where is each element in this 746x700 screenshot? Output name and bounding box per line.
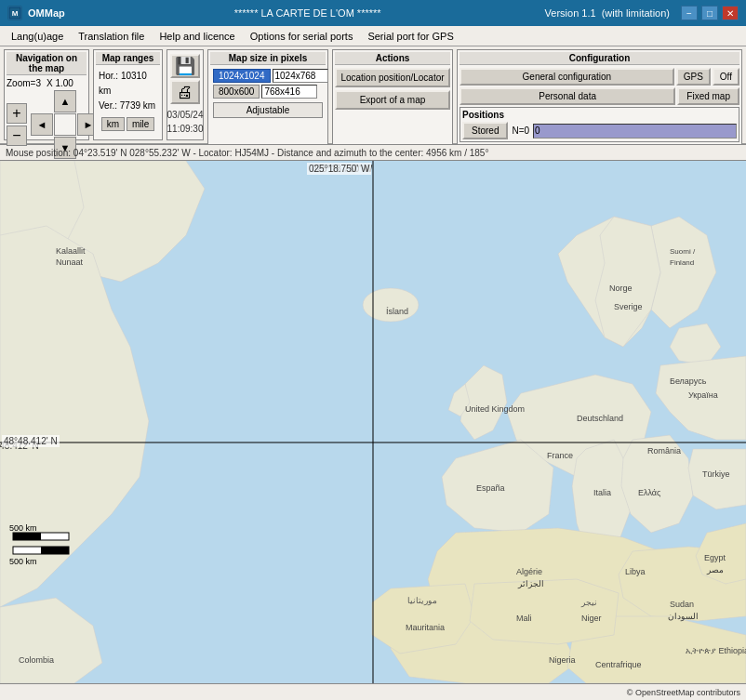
menu-language[interactable]: Lang(u)age bbox=[4, 29, 71, 44]
general-config-button[interactable]: General configuration bbox=[460, 68, 674, 86]
svg-text:Беларусь: Беларусь bbox=[670, 376, 707, 386]
svg-text:Egypt: Egypt bbox=[704, 553, 726, 562]
svg-text:Mali: Mali bbox=[516, 614, 532, 623]
adjustable-button[interactable]: Adjustable bbox=[213, 102, 323, 118]
svg-text:السودان: السودان bbox=[668, 612, 699, 622]
window-controls: − □ ✕ bbox=[681, 6, 739, 20]
export-button[interactable]: Export of a map bbox=[335, 90, 450, 110]
save-button[interactable]: 💾 bbox=[170, 54, 200, 78]
size-row-800: 800x600 bbox=[213, 85, 323, 99]
copyright-bar: © OpenStreetMap contributors bbox=[0, 683, 746, 700]
nav-left-button[interactable]: ◄ bbox=[31, 113, 53, 136]
menu-help[interactable]: Help and licence bbox=[152, 29, 242, 44]
svg-text:Sverige: Sverige bbox=[614, 302, 643, 311]
map-size-title: Map size in pixels bbox=[210, 52, 326, 65]
minimize-button[interactable]: − bbox=[681, 6, 698, 20]
app-title: ****** LA CARTE DE L'OM ****** bbox=[71, 7, 545, 19]
limitation: (with limitation) bbox=[602, 7, 670, 19]
svg-text:ኢትዮጵያ Ethiopia: ኢትዮጵያ Ethiopia bbox=[686, 646, 746, 655]
menu-serial-options[interactable]: Options for serial ports bbox=[243, 29, 361, 44]
svg-text:M: M bbox=[12, 9, 19, 18]
svg-text:Ísland: Ísland bbox=[386, 307, 408, 316]
map-ranges-panel: Map ranges Hor.: 10310 km Ver.: 7739 km … bbox=[93, 49, 163, 140]
ver-range: Ver.: 7739 km bbox=[99, 99, 157, 113]
svg-text:Colombia: Colombia bbox=[19, 655, 54, 665]
date-display: 03/05/24 bbox=[167, 108, 204, 122]
nav-panel-title: Navigation on the map bbox=[7, 52, 87, 75]
size-input-800[interactable] bbox=[261, 85, 317, 99]
fixed-map-button[interactable]: Fixed map bbox=[677, 87, 739, 105]
gps-button[interactable]: GPS bbox=[676, 68, 711, 86]
svg-text:Deutschland: Deutschland bbox=[577, 414, 623, 423]
svg-text:Nigeria: Nigeria bbox=[549, 655, 576, 665]
menu-translation[interactable]: Translation file bbox=[71, 29, 152, 44]
status-text: Mouse position: 04°23.519' N 028°55.232'… bbox=[6, 148, 488, 158]
app-name: OMMap bbox=[28, 7, 65, 19]
navigation-panel: Navigation on the map Zoom=3 X 1.00 + − … bbox=[4, 49, 89, 140]
size-input-1024[interactable] bbox=[273, 69, 328, 83]
top-coord-label: 025°18.750' W bbox=[307, 163, 371, 175]
km-button[interactable]: km bbox=[101, 117, 125, 131]
hor-label: Hor.: bbox=[99, 71, 118, 81]
size-btn-1024[interactable]: 1024x1024 bbox=[213, 69, 271, 83]
actions-title: Actions bbox=[335, 52, 450, 65]
svg-text:Kalaallit: Kalaallit bbox=[56, 246, 86, 256]
position-input[interactable] bbox=[533, 124, 737, 139]
map-area[interactable]: Kalaallit Nunaat Ísland Norge Suomi / Fi… bbox=[0, 161, 746, 683]
size-btn-800[interactable]: 800x600 bbox=[213, 85, 260, 99]
svg-text:500 km: 500 km bbox=[9, 523, 37, 533]
configuration-panel: Configuration General configuration GPS … bbox=[457, 49, 742, 145]
size-row-1: 1024x1024 bbox=[213, 69, 323, 83]
zoom-in-button[interactable]: + bbox=[7, 103, 27, 124]
mile-button[interactable]: mile bbox=[127, 117, 154, 131]
ver-label: Ver.: bbox=[99, 100, 117, 111]
svg-text:Niger: Niger bbox=[581, 614, 602, 623]
svg-text:Nunaat: Nunaat bbox=[56, 258, 84, 267]
datetime-display: 03/05/24 11:09:30 bbox=[167, 108, 204, 136]
config-row-1: General configuration GPS Off bbox=[460, 68, 739, 86]
toolbar-left: Navigation on the map Zoom=3 X 1.00 + − … bbox=[4, 49, 204, 140]
zoom-row: Zoom=3 X 1.00 bbox=[7, 78, 87, 88]
svg-text:موريتانيا: موريتانيا bbox=[407, 596, 437, 606]
nav-up-button[interactable]: ▲ bbox=[54, 90, 76, 112]
svg-text:مصر: مصر bbox=[706, 565, 724, 575]
off-button[interactable]: Off bbox=[713, 68, 739, 86]
time-display: 11:09:30 bbox=[167, 122, 204, 136]
app-icon: M bbox=[7, 6, 22, 20]
svg-text:الجزائر: الجزائر bbox=[517, 579, 544, 589]
toolbar: Navigation on the map Zoom=3 X 1.00 + − … bbox=[0, 46, 746, 144]
svg-rect-43 bbox=[41, 547, 69, 554]
svg-text:Mauritania: Mauritania bbox=[406, 623, 445, 632]
svg-text:Suomi /: Suomi / bbox=[670, 247, 696, 256]
svg-text:United Kingdom: United Kingdom bbox=[465, 404, 525, 414]
close-button[interactable]: ✕ bbox=[722, 6, 739, 20]
svg-text:نيجر: نيجر bbox=[580, 598, 597, 608]
zoom-label: Zoom=3 bbox=[7, 78, 41, 88]
location-button[interactable]: Location position/Locator bbox=[335, 68, 450, 87]
menu-serial-gps[interactable]: Serial port for GPS bbox=[360, 29, 460, 44]
map-size-panel: Map size in pixels 1024x1024 800x600 Adj… bbox=[207, 49, 328, 145]
save-print-panel: 💾 🖨 03/05/24 11:09:30 bbox=[167, 49, 204, 140]
personal-data-button[interactable]: Personal data bbox=[460, 87, 675, 105]
svg-text:Algérie: Algérie bbox=[516, 567, 542, 576]
multiplier-label: X 1.00 bbox=[47, 78, 73, 88]
zoom-out-button[interactable]: − bbox=[7, 125, 27, 146]
svg-text:España: España bbox=[476, 483, 505, 493]
size-options: 1024x1024 800x600 Adjustable bbox=[210, 68, 326, 119]
svg-point-3 bbox=[363, 288, 419, 322]
svg-text:Centrafrique: Centrafrique bbox=[595, 660, 642, 669]
svg-text:Italia: Italia bbox=[593, 488, 611, 497]
positions-title: Positions bbox=[462, 110, 737, 120]
version: Version 1.1 bbox=[545, 7, 596, 19]
maximize-button[interactable]: □ bbox=[701, 6, 718, 20]
svg-text:Sudan: Sudan bbox=[670, 600, 694, 609]
stored-button[interactable]: Stored bbox=[462, 122, 508, 139]
status-bar: Mouse position: 04°23.519' N 028°55.232'… bbox=[0, 144, 746, 161]
toolbar-right: Map size in pixels 1024x1024 800x600 Adj… bbox=[207, 49, 742, 140]
left-coord-label: 48°48.412' N bbox=[2, 435, 60, 447]
svg-text:Norge: Norge bbox=[609, 284, 633, 293]
nav-center bbox=[54, 113, 76, 136]
title-bar: M OMMap ****** LA CARTE DE L'OM ****** V… bbox=[0, 0, 746, 26]
print-button[interactable]: 🖨 bbox=[170, 80, 200, 104]
svg-text:France: France bbox=[547, 451, 573, 460]
